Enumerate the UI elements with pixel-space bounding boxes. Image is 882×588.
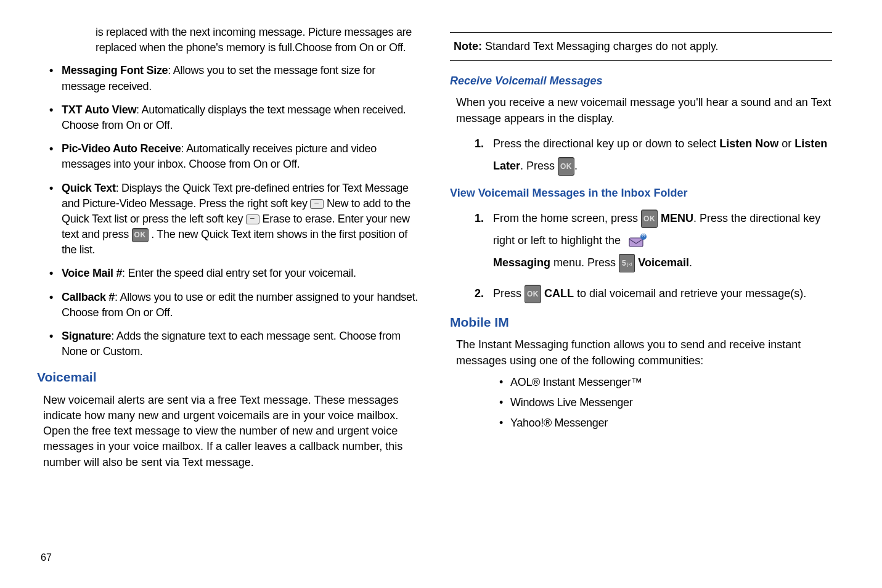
setting-label: Pic-Video Auto Receive: [62, 142, 181, 155]
settings-list: Messaging Font Size: Allows you to set t…: [37, 63, 419, 359]
receive-steps: 1. Press the directional key up or down …: [450, 133, 832, 177]
step-text: . Press: [520, 160, 558, 172]
five-key-icon: 5jkl: [619, 254, 635, 272]
setting-font-size: Messaging Font Size: Allows you to set t…: [49, 63, 419, 94]
setting-quick-text: Quick Text: Displays the Quick Text pre-…: [49, 181, 419, 258]
note-label: Note:: [454, 40, 482, 52]
im-yahoo: Yahoo!® Messenger: [499, 415, 832, 431]
ok-key-icon: OK: [641, 210, 658, 228]
step-number: 1.: [475, 207, 484, 229]
setting-auto-receive: Pic-Video Auto Receive: Automatically re…: [49, 141, 419, 172]
receive-voicemail-heading: Receive Voicemail Messages: [450, 73, 832, 89]
page-number: 67: [41, 551, 52, 565]
svg-point-1: [640, 234, 647, 240]
note-text: Standard Text Messaging charges do not a…: [482, 40, 719, 52]
step-bold: MENU: [661, 212, 693, 224]
view-steps: 1. From the home screen, press OK MENU. …: [450, 207, 832, 304]
im-wlm: Windows Live Messenger: [499, 395, 832, 410]
voicemail-heading: Voicemail: [37, 368, 419, 386]
left-column: is replaced with the next incoming messa…: [37, 25, 419, 476]
setting-label: TXT Auto View: [62, 104, 136, 116]
setting-label: Signature: [62, 330, 111, 342]
step-text: to dial voicemail and retrieve your mess…: [574, 287, 806, 300]
setting-auto-view: TXT Auto View: Automatically displays th…: [49, 102, 419, 133]
setting-callback-num: Callback #: Allows you to use or edit th…: [49, 290, 419, 321]
voicemail-paragraph: New voicemail alerts are sent via a free…: [43, 393, 419, 470]
intro-text: is replaced with the next incoming messa…: [96, 25, 419, 55]
setting-text: : Allows you to use or edit the number a…: [62, 291, 418, 319]
setting-text: : Adds the signature text to each messag…: [62, 330, 401, 357]
right-column: Note: Standard Text Messaging charges do…: [450, 25, 832, 476]
im-communities-list: AOL® Instant Messenger™ Windows Live Mes…: [450, 375, 832, 431]
ok-key-icon: OK: [558, 157, 574, 176]
step-text: .: [574, 160, 578, 172]
step-bold: Voicemail: [638, 256, 689, 269]
step-text: Press: [493, 287, 525, 300]
setting-voice-mail-num: Voice Mail #: Enter the speed dial entry…: [49, 266, 419, 281]
left-softkey-icon: [246, 214, 259, 224]
step-bold: Listen Now: [719, 137, 778, 150]
step-text: or: [778, 137, 794, 150]
receive-voicemail-para: When you receive a new voicemail message…: [456, 95, 832, 126]
setting-text: : Enter the speed dial entry set for you…: [122, 267, 356, 279]
view-step-2: 2. Press OK CALL to dial voicemail and r…: [475, 282, 832, 304]
right-softkey-icon: [310, 199, 324, 209]
setting-signature: Signature: Adds the signature text to ea…: [49, 329, 419, 359]
step-bold: CALL: [544, 287, 574, 300]
step-text: Press the directional key up or down to …: [493, 137, 719, 150]
ok-key-icon: OK: [525, 285, 541, 303]
setting-label: Voice Mail #: [62, 267, 122, 279]
step-number: 2.: [475, 282, 484, 304]
step-number: 1.: [475, 133, 484, 155]
ok-key-icon: OK: [132, 228, 149, 242]
setting-label: Callback #: [62, 291, 115, 303]
receive-step-1: 1. Press the directional key up or down …: [475, 133, 832, 177]
view-voicemail-heading: View Voicemail Messages in the Inbox Fol…: [450, 186, 832, 201]
step-text: From the home screen, press: [493, 212, 641, 224]
mobile-im-para: The Instant Messaging function allows yo…: [456, 337, 832, 368]
note-box: Note: Standard Text Messaging charges do…: [450, 32, 832, 61]
mobile-im-heading: Mobile IM: [450, 313, 832, 331]
setting-label: Messaging Font Size: [62, 64, 168, 76]
im-aol: AOL® Instant Messenger™: [499, 375, 832, 390]
view-step-1: 1. From the home screen, press OK MENU. …: [475, 207, 832, 274]
svg-rect-0: [629, 238, 643, 247]
step-bold: Messaging: [493, 256, 550, 269]
setting-label: Quick Text: [62, 182, 116, 194]
step-text: menu. Press: [550, 256, 619, 269]
messaging-envelope-icon: [627, 233, 648, 249]
step-text: .: [689, 256, 692, 269]
